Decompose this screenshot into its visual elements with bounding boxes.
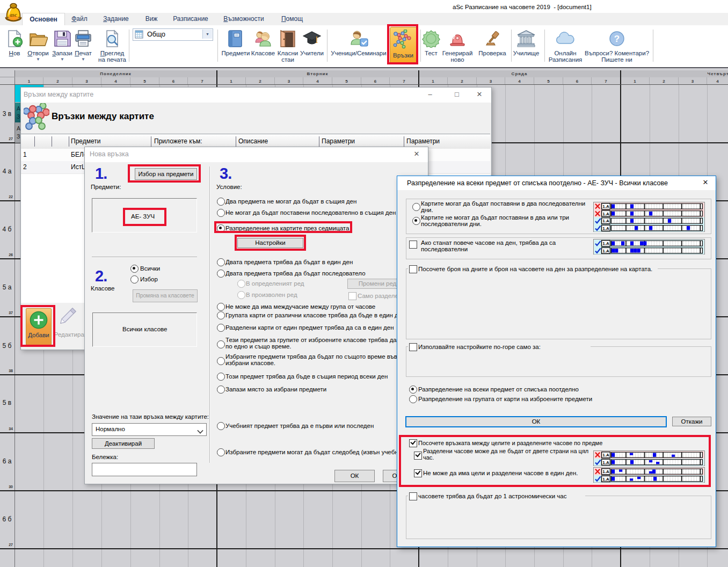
svg-text:1.A: 1.A bbox=[602, 204, 609, 209]
svg-text:1.A: 1.A bbox=[602, 241, 609, 246]
svg-text:asc: asc bbox=[10, 12, 17, 18]
svg-text:1.A: 1.A bbox=[602, 219, 609, 223]
svg-text:1.A: 1.A bbox=[602, 249, 609, 253]
svg-text:1.A: 1.A bbox=[602, 212, 609, 216]
svg-text:1.A: 1.A bbox=[602, 226, 609, 231]
svg-text:?: ? bbox=[614, 34, 620, 44]
